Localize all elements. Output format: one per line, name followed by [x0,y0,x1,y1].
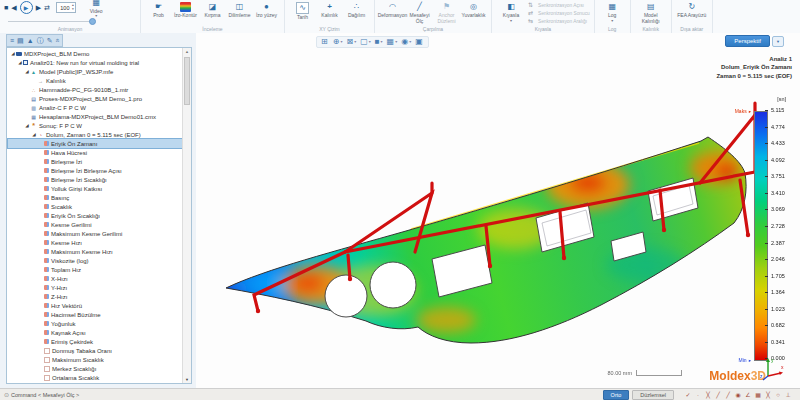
frame-count-spinner[interactable]: 100 ▴▾ [56,2,76,13]
tree-item[interactable]: Donmuş Tabaka Oranı [8,346,182,355]
snap-intersect-icon[interactable]: ╳ [764,392,772,398]
snap-angle-icon[interactable]: ∠ [744,392,752,398]
video-dropdown-icon[interactable]: ▾ [95,14,97,18]
snap-perpendicular-icon[interactable]: ⊥ [784,392,792,398]
tree-item[interactable]: ◢ Model [Public]IP_WSJP.mfe [8,67,182,76]
snap-endpoint-icon[interactable]: ╳ [704,392,712,398]
perspective-dropdown-icon[interactable]: ▼ [772,36,784,47]
clip-mode-icon[interactable]: ◉ ▾ [401,38,411,46]
scroll-down-icon[interactable]: ▼ [183,377,191,382]
tree-item[interactable]: Birleşme İzi [8,157,182,166]
tree-list-icon[interactable]: ≡ [10,37,14,44]
tree-model-icon[interactable]: ▲ [27,37,34,44]
tree-item[interactable]: Maksimum Sıcaklık [8,355,182,364]
view-orientation-icon[interactable]: ▢ ▾ [360,38,371,46]
select-check-icon[interactable]: ✓ [684,392,692,398]
tree-item[interactable]: Kesme Gerilimi [8,220,182,229]
tree-item[interactable]: Hız Vektörü [8,301,182,310]
snap-point-icon[interactable]: · [694,392,702,398]
dagilim-button[interactable]: ∴ Dağılım [343,1,370,19]
kalinlik-button[interactable]: + Kalınlık [316,1,343,19]
molded-part[interactable] [210,137,746,343]
spinner-arrows-icon[interactable]: ▴▾ [72,4,74,11]
collapse-all-icon[interactable]: « [54,39,61,43]
tree-item[interactable]: Eriyik Ön Zamanı [8,139,182,148]
tree-item[interactable]: Maksimum Kesme Gerilimi [8,229,182,238]
tree-item[interactable]: Kaynak Açısı [8,328,182,337]
next-frame-icon[interactable]: ▶ [36,4,41,11]
scroll-up-icon[interactable]: ▲ [183,49,191,54]
tree-item[interactable]: Erimiş Çekirdek [8,337,182,346]
tree-layers-icon[interactable]: ▤ [17,37,24,44]
tree-item[interactable]: Viskozite (log) [8,256,182,265]
tree-item[interactable]: ◢ Analiz01: New run for virtual molding … [8,58,182,67]
video-button[interactable]: ▦ Video ▾ [83,0,110,18]
viewport-3d[interactable]: ⊞ ⊕ ▾ ⊠ ▾ ▢ ▾ ■ ▾ ▦ [196,33,800,388]
loop-icon[interactable]: ⇄ [44,4,50,11]
mesh-mode-icon[interactable]: ▦ ▾ [387,38,398,46]
tree-tools-icon[interactable]: ✎ [47,37,53,44]
tree-item[interactable]: Hava Hücresi [8,148,182,157]
slider-knob[interactable] [89,18,96,25]
izo-kontur-button[interactable]: İzo-Kontür [172,1,199,19]
tree-item[interactable]: Hacimsel Büzülme [8,310,182,319]
dilimleme-button[interactable]: ◫ Dilimleme [226,1,253,19]
planar-button[interactable]: Düzlemsel [632,390,674,400]
tree-item[interactable]: Merkez Sıcaklığı [8,364,182,373]
tree-item[interactable]: Kesme Hızı [8,238,182,247]
display-options-icon[interactable]: ▣ [415,38,424,46]
tree-item[interactable]: ◢ MDXProject_BLM Demo [8,49,182,58]
animation-slider[interactable] [8,21,94,22]
tree-item[interactable]: Yoğunluk [8,319,182,328]
tree-item[interactable]: Birleşme İzi Sıcaklığı [8,175,182,184]
anchor-duzlemi-button[interactable]: ⚑ Anchor Düzlemi [433,1,460,24]
snap-grid-icon[interactable]: ▦ [754,392,762,398]
ortho-button[interactable]: Orto [603,390,630,400]
tree-item[interactable]: Z-Hızı [8,292,182,301]
tree-item[interactable]: Hesaplama-MDXProject_BLM Demo01.cmx [8,112,182,121]
scrollbar-thumb[interactable] [184,57,190,105]
kiyasla-dropdown-icon[interactable]: ▾ [510,19,512,23]
izo-yuzey-button[interactable]: ● İzo yüzey [253,1,280,19]
tree-item[interactable]: ◢ Sonuç: F P C W [8,121,182,130]
play-icon[interactable]: ▶ [20,1,33,14]
deformasyon-button[interactable]: ◠ Deformasyon [379,1,406,19]
tree-item[interactable]: Ortalama Sıcaklık [8,373,182,382]
tree-item[interactable]: Toplam Hız [8,265,182,274]
tree-item[interactable]: Proses-MDXProject_BLM Demo_1.pro [8,94,182,103]
zoom-icon[interactable]: ⊕ ▾ [333,38,343,46]
tree-item[interactable]: Y-Hızı [8,283,182,292]
tree-item[interactable]: Hammadde-PC_FG-9010B_1.mtr [8,85,182,94]
perspective-button[interactable]: Perspektif [725,35,770,47]
model-kalinligi-button[interactable]: ▤ Model Kalınlığı [635,1,667,24]
tree-item[interactable]: X-Hızı [8,274,182,283]
tree-scrollbar[interactable]: ▲ ▼ [182,48,191,383]
kiyasla-button[interactable]: ◧ Kıyasla ▾ [496,1,526,25]
tree-item[interactable]: Birleşme İzi Birleşme Açısı [8,166,182,175]
snap-midline-icon[interactable]: ╱ [724,392,732,398]
snap-line-icon[interactable]: ╱ [714,392,722,398]
snap-circle-icon[interactable]: ○ [774,392,782,398]
tree-item[interactable]: Maksimum Kesme Hızı [8,247,182,256]
model-canvas[interactable] [196,33,800,388]
tree-item[interactable]: Yolluk Girişi Katkısı [8,184,182,193]
log-dropdown-icon[interactable]: ▾ [611,19,613,23]
log-button[interactable]: ▦ Log ▾ [599,1,626,23]
fit-view-icon[interactable]: ⊞ [321,38,329,46]
tree-info-icon[interactable]: ⓘ [37,37,44,44]
kirpma-button[interactable]: ◪ Kırpma [199,1,226,19]
tree-item[interactable]: Kalınlık [8,76,182,85]
prob-button[interactable]: ☛ Prob [145,1,172,19]
tarih-button[interactable]: ∿ Tarih [289,1,316,21]
mesafeyi-olc-button[interactable]: ╱ Mesafeyi Ölç [406,1,433,24]
tree-item[interactable]: ◢ Dolum, Zaman 0 = 5.115 sec (EOF) [8,130,182,139]
yuvarlaklik-button[interactable]: ◎ Yuvarlaklık [460,1,487,19]
previous-frame-icon[interactable]: ◀ [11,4,16,11]
tree-item[interactable]: Eriyik Ön Sıcaklığı [8,211,182,220]
snap-center-icon[interactable]: ◉ [734,392,742,398]
tree-item[interactable]: Basınç [8,193,182,202]
pan-icon[interactable]: ⊠ ▾ [346,38,356,46]
shaded-mode-icon[interactable]: ■ ▾ [375,38,383,46]
tree-item[interactable]: Analiz-C F P C W [8,103,182,112]
tree-item[interactable]: Sıcaklık [8,202,182,211]
